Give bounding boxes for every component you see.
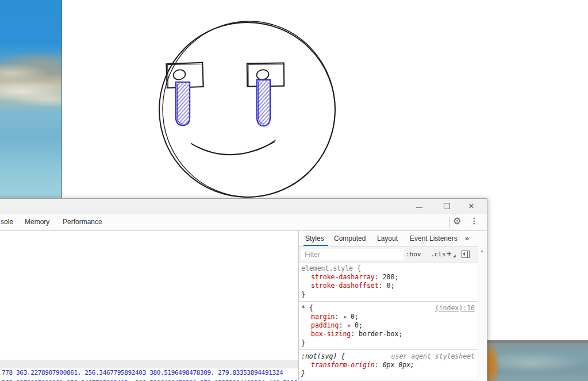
close-button[interactable]: ✕ <box>464 202 479 211</box>
sidebar-tab-computed[interactable]: Computed <box>334 234 366 243</box>
property-value: 0; <box>387 282 395 290</box>
close-icon: ✕ <box>468 202 475 210</box>
stylesheet-source-link[interactable]: (index):10 <box>435 304 475 313</box>
style-rules-list: element.style {stroke-dasharray: 200;str… <box>299 262 478 381</box>
property-name: stroke-dashoffset <box>311 282 379 290</box>
pane-divider-strip <box>0 360 298 368</box>
property-value: 0; <box>351 313 359 321</box>
kebab-menu-icon[interactable]: ⋮ <box>470 216 478 225</box>
devtools-window: ✕ soleMemoryPerformance ⚙ ⋮ 778 363.2278… <box>0 198 487 381</box>
maximize-icon <box>444 203 450 209</box>
styles-sidebar: StylesComputedLayoutEvent Listeners» :ho… <box>299 231 487 381</box>
sidebar-tab-layout[interactable]: Layout <box>377 234 398 243</box>
scroll-up-icon[interactable]: ▲ <box>480 249 484 253</box>
expand-arrow-icon[interactable]: ▶ <box>343 314 351 320</box>
style-rule-section: element.style {stroke-dasharray: 200;str… <box>299 262 478 302</box>
styles-filter-row: :hov .cls +◢ <box>299 247 487 263</box>
devtools-titlebar[interactable]: ✕ <box>0 199 487 214</box>
gear-icon[interactable]: ⚙ <box>453 215 461 226</box>
rule-close-brace: } <box>301 370 476 378</box>
style-rule-section: (index):10* {margin: ▶ 0;padding: ▶ 0;bo… <box>299 302 478 350</box>
elements-pane: 778 363.2278907900861, 256.3467795892403… <box>0 231 298 381</box>
user-agent-label: user agent stylesheet <box>391 352 475 361</box>
devtools-content: 778 363.2278907900861, 256.3467795892403… <box>0 231 487 381</box>
property-name: transform-origin <box>311 361 375 369</box>
active-tab-underline <box>303 245 328 246</box>
smiley-face-drawing <box>0 0 588 199</box>
css-property[interactable]: margin: ▶ 0; <box>301 313 476 321</box>
new-style-rule-button[interactable]: +◢ <box>447 248 452 258</box>
tab-performance[interactable]: Performance <box>63 218 102 226</box>
toolbar-divider <box>449 217 450 228</box>
console-output-line[interactable]: 778 363.2278907900861, 256.3467795892403… <box>2 369 283 376</box>
minimize-icon <box>416 207 422 208</box>
sidebar-scrollbar[interactable]: ▲ <box>478 247 487 381</box>
tab-memory[interactable]: Memory <box>25 218 49 226</box>
sidebar-toggle-icon[interactable] <box>462 251 470 258</box>
css-property[interactable]: padding: ▶ 0; <box>301 321 476 330</box>
styles-filter-input[interactable] <box>301 249 403 260</box>
css-property[interactable]: transform-origin: 0px 0px; <box>301 361 476 370</box>
sea-painting-image <box>486 340 588 381</box>
sidebar-tab-[interactable]: » <box>465 234 469 243</box>
rule-selector-line: user agent stylesheet:not(svg) { <box>301 352 476 361</box>
property-name: margin <box>311 313 335 321</box>
sidebar-tabbar: StylesComputedLayoutEvent Listeners» <box>299 231 487 247</box>
sidebar-tab-styles[interactable]: Styles <box>305 234 324 243</box>
class-toggle[interactable]: .cls <box>431 251 446 258</box>
minimize-button[interactable] <box>412 202 426 211</box>
rule-selector[interactable]: element.style { <box>301 264 361 272</box>
property-name: stroke-dasharray <box>311 273 375 281</box>
smile <box>191 140 275 155</box>
property-value: border-box; <box>359 330 402 338</box>
rule-close-brace: } <box>301 291 476 299</box>
property-name: box-sizing <box>311 330 351 338</box>
rule-selector-line: (index):10* { <box>301 304 476 313</box>
property-value: 200; <box>383 273 399 281</box>
right-tear-bar <box>257 80 270 126</box>
property-name: padding <box>311 321 339 329</box>
hover-state-toggle[interactable]: :hov <box>406 251 421 258</box>
css-property[interactable]: stroke-dashoffset: 0; <box>301 282 476 290</box>
property-value: 0px 0px; <box>383 361 414 369</box>
chevron-down-icon: ◢ <box>453 253 456 257</box>
rule-selector-line: element.style { <box>301 264 476 273</box>
css-property[interactable]: stroke-dasharray: 200; <box>301 273 476 282</box>
rule-selector[interactable]: :not(svg) { <box>301 352 345 360</box>
css-property[interactable]: box-sizing: border-box; <box>301 330 476 338</box>
style-rule-section: user agent stylesheet:not(svg) {transfor… <box>299 350 478 381</box>
sidebar-tab-eventlisteners[interactable]: Event Listeners <box>410 234 458 243</box>
rule-close-brace: } <box>301 339 476 348</box>
maximize-button[interactable] <box>439 202 454 211</box>
rule-selector[interactable]: * { <box>301 304 313 312</box>
tab-sole[interactable]: sole <box>1 218 13 226</box>
right-screw-icon <box>256 69 270 80</box>
expand-arrow-icon[interactable]: ▶ <box>347 323 355 328</box>
property-value: 0; <box>355 321 363 329</box>
left-tear-bar <box>176 82 190 125</box>
devtools-tabbar: soleMemoryPerformance ⚙ ⋮ <box>0 214 487 231</box>
left-screw-icon <box>172 68 186 81</box>
